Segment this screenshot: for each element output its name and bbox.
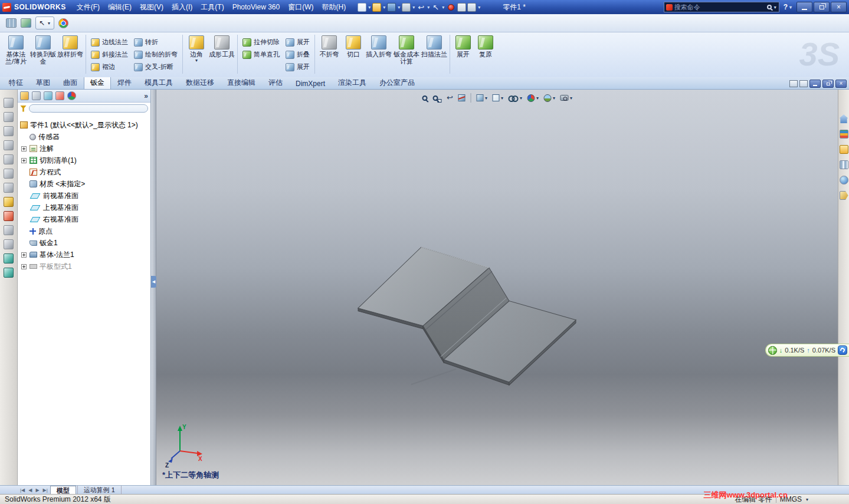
tree-filter-bar[interactable]	[29, 104, 148, 113]
tab-direct-editing[interactable]: 直接编辑	[221, 75, 262, 89]
split-pane-icon[interactable]	[789, 80, 798, 87]
tab-mold-tools[interactable]: 模具工具	[138, 75, 179, 89]
zoom-fit-icon[interactable]	[422, 93, 427, 103]
tab-dimxpert[interactable]: DimXpert	[289, 77, 332, 89]
view-palette-icon[interactable]	[840, 160, 848, 169]
menu-file[interactable]: 文件(F)	[73, 1, 104, 14]
select-tool-button[interactable]: ↖▾	[35, 17, 54, 29]
tree-expander[interactable]	[21, 264, 27, 269]
restore-button[interactable]	[814, 2, 830, 12]
menu-photoview360[interactable]: PhotoView 360	[228, 1, 284, 13]
menu-view[interactable]: 视图(V)	[136, 1, 168, 14]
tab-surfaces[interactable]: 曲面	[57, 75, 84, 89]
sketched-bend-button[interactable]: 绘制的折弯	[131, 48, 181, 61]
tab-scroll-first[interactable]: |◀	[19, 487, 26, 493]
tab-office-products[interactable]: 办公室产品	[373, 75, 421, 89]
edge-flange-button[interactable]: 边线法兰	[88, 36, 131, 48]
tree-item-front-plane[interactable]: 前视基准面	[18, 190, 150, 202]
section-view-icon[interactable]	[458, 93, 466, 103]
print-icon[interactable]	[402, 3, 411, 12]
tree-item-material[interactable]: 材质 <未指定>	[18, 178, 150, 190]
command-search-input[interactable]	[674, 4, 765, 11]
left-toolbar-icon[interactable]	[4, 112, 14, 122]
new-document-dropdown[interactable]: ▾	[368, 5, 371, 10]
tree-item-flat-pattern[interactable]: 平板型式1	[18, 261, 150, 272]
design-library-icon[interactable]	[840, 130, 848, 139]
save-icon[interactable]	[387, 3, 396, 12]
tree-item-sheet-metal[interactable]: 钣金1	[18, 237, 150, 249]
extruded-cut-button[interactable]: 拉伸切除	[240, 36, 283, 48]
tab-model[interactable]: 模型	[50, 486, 76, 494]
left-toolbar-icon[interactable]	[4, 239, 14, 249]
base-flange-button[interactable]: 基体法兰/薄片	[2, 34, 29, 75]
chrome-icon[interactable]	[58, 18, 68, 28]
flatten-button[interactable]: 展开	[452, 34, 474, 75]
tab-evaluate[interactable]: 评估	[262, 75, 289, 89]
left-toolbar-icon[interactable]	[4, 98, 14, 108]
network-speed-widget[interactable]: ↓ 0.1K/S ↑ 0.07K/S	[765, 344, 849, 357]
menu-help[interactable]: 帮助(H)	[318, 1, 350, 14]
propertymanager-tab-icon[interactable]	[32, 91, 41, 100]
menu-insert[interactable]: 插入(I)	[168, 1, 196, 14]
options-icon[interactable]	[467, 3, 476, 12]
undo-icon[interactable]: ↩	[417, 3, 425, 12]
tree-root[interactable]: 零件1 (默认<<默认>_显示状态 1>)	[18, 119, 150, 131]
units-dropdown[interactable]: ▾	[805, 497, 809, 502]
miter-flange-button[interactable]: 斜接法兰	[88, 48, 131, 61]
left-toolbar-icon[interactable]	[4, 140, 14, 150]
view-settings-icon[interactable]: ▾	[560, 93, 572, 103]
menu-window[interactable]: 窗口(W)	[284, 1, 317, 14]
forming-tool-button[interactable]: 成形工具	[208, 34, 235, 75]
new-document-icon[interactable]	[358, 3, 366, 12]
panel-expand-chevrons[interactable]: »	[144, 92, 148, 100]
close-button[interactable]: ×	[831, 2, 847, 12]
menu-tools[interactable]: 工具(T)	[196, 1, 228, 14]
tree-item-top-plane[interactable]: 上视基准面	[18, 202, 150, 213]
tab-sheet-metal[interactable]: 钣金	[84, 75, 111, 89]
flatten-small-button[interactable]: 展开	[283, 61, 313, 73]
rebuild-icon[interactable]	[448, 4, 454, 11]
lofted-bend-button[interactable]: 放样折弯	[57, 34, 84, 75]
left-toolbar-icon[interactable]	[4, 253, 14, 263]
corner-dropdown[interactable]: ▾	[195, 58, 198, 63]
jog-button[interactable]: 转折	[131, 36, 181, 48]
open-icon[interactable]	[372, 3, 381, 12]
tab-weldments[interactable]: 焊件	[111, 75, 138, 89]
rip-button[interactable]: 切口	[342, 34, 365, 75]
pane-layout-icon[interactable]	[799, 80, 808, 87]
edit-appearance-icon[interactable]: ▾	[527, 93, 539, 103]
doc-minimize-button[interactable]	[809, 80, 821, 88]
simple-hole-button[interactable]: 简单直孔	[240, 48, 283, 61]
file-properties-icon[interactable]	[457, 3, 466, 12]
tab-sketch[interactable]: 草图	[29, 75, 57, 89]
previous-view-icon[interactable]: ↩	[447, 93, 453, 103]
swept-flange-button[interactable]: 扫描法兰	[421, 34, 448, 75]
corner-button[interactable]: 边角 ▾	[185, 34, 208, 75]
help-dropdown[interactable]: ▾	[789, 5, 792, 10]
help-button[interactable]: ?▾	[784, 3, 792, 11]
tab-features[interactable]: 特征	[2, 75, 29, 89]
left-toolbar-icon[interactable]	[4, 197, 14, 207]
left-toolbar-icon[interactable]	[4, 154, 14, 164]
no-bends-button[interactable]: 不折弯	[317, 34, 342, 75]
cross-break-button[interactable]: 交叉-折断	[131, 61, 181, 73]
insert-bends-button[interactable]: 插入折弯	[365, 34, 392, 75]
apply-scene-icon[interactable]: ▾	[544, 93, 555, 103]
tab-render-tools[interactable]: 渲染工具	[332, 75, 373, 89]
tree-item-annotations[interactable]: 注解	[18, 143, 150, 154]
tree-expander[interactable]	[21, 252, 27, 258]
tree-item-cut-list[interactable]: 切割清单(1)	[18, 154, 150, 166]
tree-item-right-plane[interactable]: 右视基准面	[18, 213, 150, 225]
left-toolbar-icon[interactable]	[4, 211, 14, 221]
save-dropdown[interactable]: ▾	[397, 5, 401, 10]
display-style-icon[interactable]: ▾	[493, 93, 503, 103]
convert-to-sheet-metal-button[interactable]: 转换到钣金	[29, 34, 57, 75]
tab-scroll-last[interactable]: ▶|	[42, 487, 49, 493]
left-toolbar-icon[interactable]	[4, 183, 14, 193]
tree-item-sensors[interactable]: 传感器	[18, 131, 150, 143]
tab-scroll-prev[interactable]: ◀	[27, 487, 33, 493]
tree-expander[interactable]	[21, 158, 27, 163]
minimize-button[interactable]	[796, 2, 812, 12]
appearances-scenes-icon[interactable]	[840, 176, 848, 185]
graphics-area[interactable]: ↩ ▾ ▾ ▾ ▾ ▾ ▾ Y X Z *上下二等角轴测	[156, 90, 838, 485]
